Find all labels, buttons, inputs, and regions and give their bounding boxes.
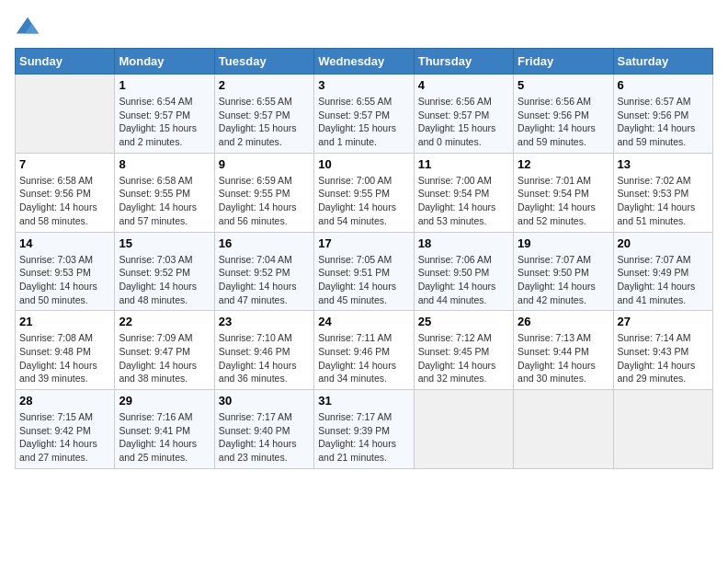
column-header-saturday: Saturday [613,49,712,75]
day-number: 25 [418,315,509,328]
day-number: 22 [119,315,210,328]
day-number: 12 [518,157,609,171]
day-info: Sunrise: 7:04 AM Sunset: 9:52 PM Dayligh… [219,253,310,307]
day-number: 15 [119,236,210,250]
day-info: Sunrise: 7:07 AM Sunset: 9:49 PM Dayligh… [618,253,709,307]
day-info: Sunrise: 7:03 AM Sunset: 9:52 PM Dayligh… [119,253,210,307]
day-cell: 18Sunrise: 7:06 AM Sunset: 9:50 PM Dayli… [414,232,513,311]
day-cell: 9Sunrise: 6:59 AM Sunset: 9:55 PM Daylig… [214,153,313,232]
day-info: Sunrise: 6:56 AM Sunset: 9:57 PM Dayligh… [418,95,509,149]
day-info: Sunrise: 7:17 AM Sunset: 9:40 PM Dayligh… [219,410,310,465]
day-info: Sunrise: 7:12 AM Sunset: 9:45 PM Dayligh… [418,331,509,385]
column-header-thursday: Thursday [414,49,513,75]
day-number: 26 [518,315,609,328]
day-info: Sunrise: 7:15 AM Sunset: 9:42 PM Dayligh… [19,410,110,465]
day-info: Sunrise: 7:08 AM Sunset: 9:48 PM Dayligh… [19,331,110,385]
week-row-1: 1Sunrise: 6:54 AM Sunset: 9:57 PM Daylig… [16,75,713,154]
day-number: 13 [618,157,709,171]
day-cell: 10Sunrise: 7:00 AM Sunset: 9:55 PM Dayli… [314,153,414,232]
day-number: 2 [219,78,310,92]
day-cell: 17Sunrise: 7:05 AM Sunset: 9:51 PM Dayli… [314,232,414,311]
day-info: Sunrise: 6:57 AM Sunset: 9:56 PM Dayligh… [618,95,709,149]
day-cell: 19Sunrise: 7:07 AM Sunset: 9:50 PM Dayli… [514,232,613,311]
day-info: Sunrise: 7:00 AM Sunset: 9:55 PM Dayligh… [318,174,409,228]
day-number: 21 [19,315,110,328]
day-cell: 27Sunrise: 7:14 AM Sunset: 9:43 PM Dayli… [613,311,712,390]
day-number: 6 [618,78,709,92]
day-cell: 2Sunrise: 6:55 AM Sunset: 9:57 PM Daylig… [214,75,313,154]
column-header-friday: Friday [514,49,613,75]
column-header-sunday: Sunday [16,49,115,75]
day-cell: 29Sunrise: 7:16 AM Sunset: 9:41 PM Dayli… [115,390,214,469]
day-number: 24 [318,315,409,328]
day-cell: 28Sunrise: 7:15 AM Sunset: 9:42 PM Dayli… [16,390,115,469]
week-row-5: 28Sunrise: 7:15 AM Sunset: 9:42 PM Dayli… [16,390,713,469]
day-info: Sunrise: 6:56 AM Sunset: 9:56 PM Dayligh… [518,95,609,149]
day-info: Sunrise: 7:02 AM Sunset: 9:53 PM Dayligh… [618,174,709,228]
day-cell: 15Sunrise: 7:03 AM Sunset: 9:52 PM Dayli… [115,232,214,311]
column-header-tuesday: Tuesday [214,49,313,75]
calendar-table: SundayMondayTuesdayWednesdayThursdayFrid… [15,48,713,469]
day-info: Sunrise: 6:55 AM Sunset: 9:57 PM Dayligh… [219,95,310,149]
day-number: 16 [219,236,310,250]
day-number: 10 [318,157,409,171]
logo-icon [15,15,40,40]
day-cell: 7Sunrise: 6:58 AM Sunset: 9:56 PM Daylig… [16,153,115,232]
week-row-3: 14Sunrise: 7:03 AM Sunset: 9:53 PM Dayli… [16,232,713,311]
day-info: Sunrise: 6:59 AM Sunset: 9:55 PM Dayligh… [219,174,310,228]
day-cell [414,390,513,469]
day-number: 5 [518,78,609,92]
day-info: Sunrise: 7:10 AM Sunset: 9:46 PM Dayligh… [219,331,310,385]
day-info: Sunrise: 6:54 AM Sunset: 9:57 PM Dayligh… [119,95,210,149]
day-cell: 13Sunrise: 7:02 AM Sunset: 9:53 PM Dayli… [613,153,712,232]
day-info: Sunrise: 7:16 AM Sunset: 9:41 PM Dayligh… [119,410,210,465]
day-cell [16,75,115,154]
week-row-2: 7Sunrise: 6:58 AM Sunset: 9:56 PM Daylig… [16,153,713,232]
day-number: 17 [318,236,409,250]
day-info: Sunrise: 7:14 AM Sunset: 9:43 PM Dayligh… [618,331,709,385]
day-info: Sunrise: 7:09 AM Sunset: 9:47 PM Dayligh… [119,331,210,385]
day-cell: 20Sunrise: 7:07 AM Sunset: 9:49 PM Dayli… [613,232,712,311]
day-cell: 5Sunrise: 6:56 AM Sunset: 9:56 PM Daylig… [514,75,613,154]
day-info: Sunrise: 7:00 AM Sunset: 9:54 PM Dayligh… [418,174,509,228]
day-cell: 8Sunrise: 6:58 AM Sunset: 9:55 PM Daylig… [115,153,214,232]
day-number: 8 [119,157,210,171]
day-info: Sunrise: 7:05 AM Sunset: 9:51 PM Dayligh… [318,253,409,307]
day-number: 18 [418,236,509,250]
logo [15,15,44,40]
day-info: Sunrise: 7:13 AM Sunset: 9:44 PM Dayligh… [518,331,609,385]
day-cell: 14Sunrise: 7:03 AM Sunset: 9:53 PM Dayli… [16,232,115,311]
day-number: 31 [318,394,409,408]
day-cell [613,390,712,469]
week-row-4: 21Sunrise: 7:08 AM Sunset: 9:48 PM Dayli… [16,311,713,390]
day-cell: 24Sunrise: 7:11 AM Sunset: 9:46 PM Dayli… [314,311,414,390]
day-info: Sunrise: 7:07 AM Sunset: 9:50 PM Dayligh… [518,253,609,307]
page-header [15,15,713,40]
day-number: 29 [119,394,210,408]
day-cell: 23Sunrise: 7:10 AM Sunset: 9:46 PM Dayli… [214,311,313,390]
day-info: Sunrise: 6:55 AM Sunset: 9:57 PM Dayligh… [318,95,409,149]
day-cell: 3Sunrise: 6:55 AM Sunset: 9:57 PM Daylig… [314,75,414,154]
column-header-wednesday: Wednesday [314,49,414,75]
day-number: 30 [219,394,310,408]
day-info: Sunrise: 6:58 AM Sunset: 9:55 PM Dayligh… [119,174,210,228]
day-cell: 6Sunrise: 6:57 AM Sunset: 9:56 PM Daylig… [613,75,712,154]
day-cell: 11Sunrise: 7:00 AM Sunset: 9:54 PM Dayli… [414,153,513,232]
day-cell: 26Sunrise: 7:13 AM Sunset: 9:44 PM Dayli… [514,311,613,390]
day-number: 9 [219,157,310,171]
day-cell: 4Sunrise: 6:56 AM Sunset: 9:57 PM Daylig… [414,75,513,154]
day-info: Sunrise: 7:01 AM Sunset: 9:54 PM Dayligh… [518,174,609,228]
day-info: Sunrise: 7:06 AM Sunset: 9:50 PM Dayligh… [418,253,509,307]
day-number: 23 [219,315,310,328]
day-cell: 31Sunrise: 7:17 AM Sunset: 9:39 PM Dayli… [314,390,414,469]
day-cell [514,390,613,469]
header-row: SundayMondayTuesdayWednesdayThursdayFrid… [16,49,713,75]
day-cell: 22Sunrise: 7:09 AM Sunset: 9:47 PM Dayli… [115,311,214,390]
day-number: 19 [518,236,609,250]
day-number: 28 [19,394,110,408]
day-cell: 16Sunrise: 7:04 AM Sunset: 9:52 PM Dayli… [214,232,313,311]
day-cell: 1Sunrise: 6:54 AM Sunset: 9:57 PM Daylig… [115,75,214,154]
day-number: 20 [618,236,709,250]
day-number: 14 [19,236,110,250]
day-cell: 30Sunrise: 7:17 AM Sunset: 9:40 PM Dayli… [214,390,313,469]
